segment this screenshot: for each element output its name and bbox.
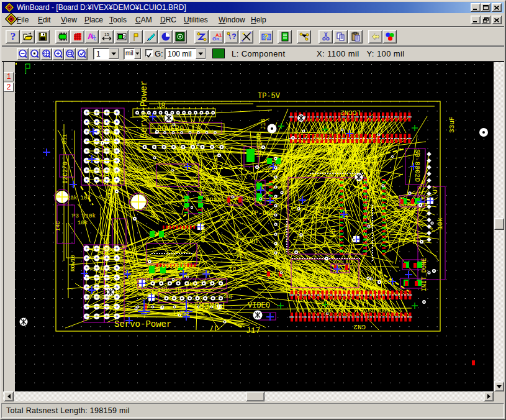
- svg-text:3uF: 3uF: [224, 294, 233, 300]
- svg-text:1M15: 1M15: [186, 281, 200, 288]
- svg-text:2.2k: 2.2k: [213, 154, 219, 168]
- svg-text:10u: 10u: [294, 276, 300, 286]
- svg-text:Gn..: Gn..: [212, 36, 222, 42]
- svg-text:U7: U7: [432, 186, 439, 193]
- svg-text:33uF: 33uF: [448, 117, 456, 133]
- svg-text:Servo-Power: Servo-Power: [114, 319, 171, 329]
- svg-text:?: ?: [264, 33, 268, 42]
- svg-text:R9: R9: [372, 160, 379, 166]
- svg-text:TP-GND: TP-GND: [250, 209, 275, 217]
- svg-text:8S1u7L: 8S1u7L: [201, 222, 207, 242]
- svg-text:L9-1118: L9-1118: [256, 134, 262, 157]
- svg-text:D1: D1: [229, 265, 236, 272]
- svg-text:15: 15: [104, 32, 109, 37]
- svg-text:10u: 10u: [185, 139, 197, 146]
- svg-text:J17: J17: [246, 326, 260, 336]
- svg-text:?: ?: [232, 32, 236, 41]
- svg-text:POWER1: POWER1: [194, 300, 225, 310]
- svg-text:B9: B9: [173, 147, 180, 153]
- svg-text:TP-5V: TP-5V: [258, 92, 281, 101]
- svg-text:c: c: [94, 35, 97, 42]
- svg-text:15: 15: [236, 249, 245, 257]
- svg-text:INIT_DONE: INIT_DONE: [421, 258, 428, 291]
- svg-text:2ak 10k: 2ak 10k: [67, 195, 91, 201]
- svg-text:P3 R10k: P3 R10k: [72, 213, 96, 219]
- svg-text:R2: R2: [145, 275, 153, 282]
- svg-text:JU6: JU6: [393, 208, 399, 217]
- svg-text:R5: R5: [201, 173, 207, 180]
- svg-text:R7: R7: [151, 211, 157, 217]
- svg-text:CN2: CN2: [353, 323, 366, 331]
- svg-text:VIDEO: VIDEO: [248, 301, 270, 310]
- svg-text:Servo-Power: Servo-Power: [139, 81, 149, 138]
- svg-text:U5: U5: [329, 229, 338, 237]
- svg-text:I2C2/0: I2C2/0: [62, 162, 69, 184]
- svg-text:C3: C3: [384, 278, 391, 285]
- svg-text:10k: 10k: [157, 286, 169, 294]
- svg-text:ROVER0: ROVER0: [157, 125, 184, 134]
- svg-text:33uF: 33uF: [106, 170, 122, 177]
- svg-text:I6J RP5E4: I6J RP5E4: [314, 146, 348, 153]
- svg-text:J2: J2: [56, 191, 62, 198]
- svg-text:I4C: I4C: [55, 221, 61, 231]
- svg-text:33uF: 33uF: [206, 196, 222, 203]
- svg-text:C11: C11: [62, 134, 68, 144]
- svg-text:J5: J5: [173, 286, 183, 296]
- svg-text:U6: U6: [250, 237, 258, 244]
- svg-text:2R1K1: 2R1K1: [315, 196, 322, 217]
- svg-text:16: 16: [312, 272, 319, 280]
- svg-text:LCCN2: LCCN2: [340, 109, 361, 116]
- svg-text:2: 2: [122, 35, 125, 41]
- svg-text:?: ?: [10, 32, 16, 42]
- svg-text:J7: J7: [210, 323, 219, 332]
- svg-text:33uF: 33uF: [104, 241, 111, 256]
- svg-text:J16: J16: [260, 119, 267, 130]
- svg-text:C7: C7: [343, 285, 350, 292]
- svg-text:J8: J8: [156, 102, 165, 111]
- svg-text:R2: R2: [158, 275, 166, 283]
- svg-text:16J: 16J: [313, 135, 323, 141]
- svg-text:PWM1: PWM1: [172, 309, 189, 316]
- svg-text:10k: 10k: [78, 220, 88, 226]
- svg-text:S0-8002D: S0-8002D: [413, 149, 421, 182]
- svg-text:J4: J4: [145, 180, 151, 186]
- svg-text:C4: C4: [292, 207, 299, 213]
- svg-text:T13: T13: [107, 189, 114, 199]
- svg-text:10k: 10k: [436, 217, 444, 230]
- svg-text:D6B5003: D6B5003: [161, 262, 187, 268]
- svg-text:ROW10: ROW10: [70, 255, 76, 272]
